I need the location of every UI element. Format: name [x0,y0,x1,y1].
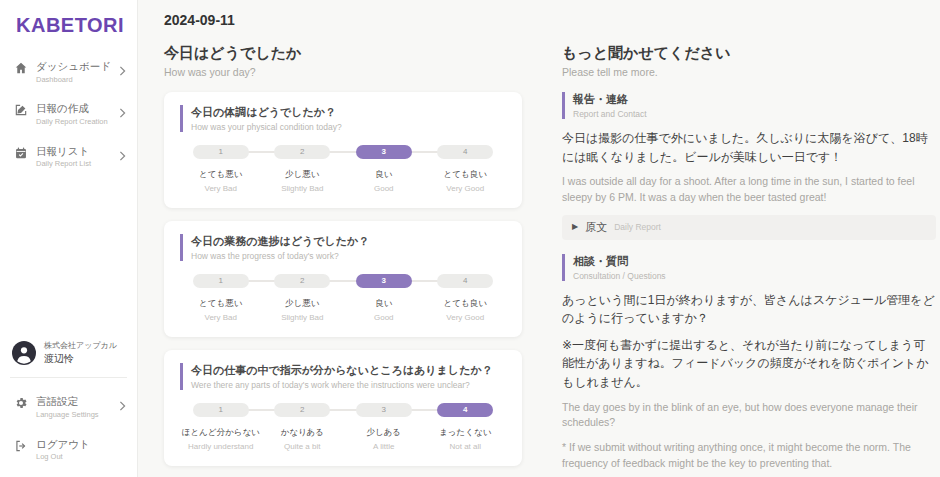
rating-option-label: 良い [375,169,392,181]
feedback-title: もっと聞かせてください [562,44,936,63]
section-title: 報告・連絡 [573,92,936,107]
report-text-jp: ※一度何も書かずに提出すると、それが当たり前になってしまう可能性がありますね。フ… [562,336,936,392]
triangle-right-icon: ▶ [572,223,578,231]
question-subtitle: Were there any parts of today's work whe… [191,380,506,390]
feedback-section: 報告・連絡 Report and Contact 今日は撮影の仕事で外にいました… [562,92,936,240]
report-text-en: * If we submit without writing anything … [562,440,936,472]
rating-option-label: かなりある [281,427,325,439]
user-block: 株式会社アップカル 渡辺怜 [0,333,137,377]
rating-option-sublabel: Very Bad [205,313,237,322]
rating-option-label: とても良い [444,169,487,181]
rating-option: 4 とても良い Very Good [425,145,507,193]
rating-option-label: ほとんど分からない [182,427,260,439]
rating-option: 1 とても悪い Very Bad [180,145,262,193]
rating-option: 1 とても悪い Very Bad [180,274,262,322]
rating-option-label: とても悪い [199,298,242,310]
avatar [12,341,36,365]
rating-scale: 1 とても悪い Very Bad 2 少し悪い Slightly Bad 3 良… [180,274,506,322]
sidebar-nav: ダッシュボード Dashboard 日報の作成 Daily Report Cre… [0,51,137,178]
sidebar-item-daily-report-list[interactable]: 日報リスト Daily Report List [0,136,137,178]
report-text-en: The day goes by in the blink of an eye, … [562,400,936,432]
sidebar-divider [10,377,127,378]
rating-pill[interactable]: 1 [193,145,249,159]
rating-pill[interactable]: 2 [274,274,330,288]
question-title: 今日の体調はどうでしたか？ [191,105,506,120]
sidebar-item-daily-report-creation[interactable]: 日報の作成 Daily Report Creation [0,93,137,135]
rating-pill[interactable]: 1 [193,274,249,288]
sidebar-item-log-out[interactable]: ログアウト Log Out [0,429,137,471]
original-text-sublabel: Daily Report [614,222,661,232]
rating-option-label: 少し悪い [285,298,319,310]
rating-option: 2 かなりある Quite a bit [262,403,344,451]
report-text-jp: 今日は撮影の仕事で外にいました。久しぶりに太陽を浴びて、18時には眠くなりました… [562,129,936,166]
rating-scale: 1 とても悪い Very Bad 2 少し悪い Slightly Bad 3 良… [180,145,506,193]
question-title: 今日の業務の進捗はどうでしたか？ [191,234,506,249]
rating-option: 1 ほとんど分からない Hardly understand [180,403,262,451]
chevron-right-icon [119,401,127,411]
rating-option-sublabel: A little [373,442,394,451]
question-card: 今日の体調はどうでしたか？ How was your physical cond… [164,92,522,208]
rating-option: 3 良い Good [343,145,425,193]
logout-icon [14,439,28,453]
rating-option-sublabel: Not at all [449,442,481,451]
sidebar-item-language-settings[interactable]: 言語設定 Language Settings [0,386,137,428]
survey-column: 今日はどうでしたか How was your day? 今日の体調はどうでしたか… [164,44,522,477]
rating-option-sublabel: Slightly Bad [281,184,323,193]
rating-scale: 1 ほとんど分からない Hardly understand 2 かなりある Qu… [180,403,506,451]
rating-pill[interactable]: 3 [356,145,412,159]
rating-pill[interactable]: 3 [356,274,412,288]
question-card: 今日の業務の進捗はどうでしたか？ How was the progress of… [164,221,522,337]
feedback-column: もっと聞かせてください Please tell me more. 報告・連絡 R… [562,44,936,477]
nav-item-label: ダッシュボード [36,60,119,74]
user-name: 渡辺怜 [44,352,125,365]
rating-option-sublabel: Hardly understand [188,442,253,451]
chevron-right-icon [119,66,127,76]
sidebar-footer-nav: 言語設定 Language Settings ログアウト Log Out [0,386,137,471]
rating-option: 2 少し悪い Slightly Bad [262,274,344,322]
nav-item-sublabel: Dashboard [36,75,119,85]
report-date: 2024-09-11 [164,12,940,28]
nav-item-label: 日報リスト [36,145,119,159]
rating-pill[interactable]: 2 [274,403,330,417]
chevron-right-icon [119,151,127,161]
rating-option-label: とても悪い [199,169,242,181]
rating-pill[interactable]: 1 [193,403,249,417]
rating-option-sublabel: Slightly Bad [281,313,323,322]
report-text-jp: あっという間に1日が終わりますが、皆さんはスケジュール管理をどのように行っていま… [562,291,936,328]
original-text-toggle[interactable]: ▶ 原文 Daily Report [562,215,936,240]
app-logo: KABETORI [0,12,137,51]
nav-item-label: 言語設定 [36,395,119,409]
rating-option-label: まったくない [439,427,491,439]
rating-option: 3 良い Good [343,274,425,322]
rating-option-label: 少しある [366,427,401,439]
rating-pill[interactable]: 2 [274,145,330,159]
section-subtitle: Report and Contact [573,109,936,119]
rating-option-sublabel: Very Bad [205,184,237,193]
sidebar: KABETORI ダッシュボード Dashboard 日報の作成 Daily R… [0,0,138,477]
rating-option: 4 とても良い Very Good [425,274,507,322]
nav-item-label: ログアウト [36,438,127,452]
rating-option: 4 まったくない Not at all [425,403,507,451]
original-text-label: 原文 [585,220,607,235]
rating-pill[interactable]: 4 [437,274,493,288]
rating-option-sublabel: Quite a bit [284,442,320,451]
feedback-section: 相談・質問 Consultation / Questions あっという間に1日… [562,254,936,477]
rating-pill[interactable]: 4 [437,145,493,159]
sidebar-item-dashboard[interactable]: ダッシュボード Dashboard [0,51,137,93]
rating-option-label: 少し悪い [285,169,319,181]
report-text-en: I was outside all day for a shoot. After… [562,174,936,206]
question-card: 今日の仕事の中で指示が分からないところはありましたか？ Were there a… [164,350,522,466]
question-subtitle: How was your physical condition today? [191,122,506,132]
calendar-icon [14,146,28,160]
feedback-subtitle: Please tell me more. [562,66,936,78]
question-title: 今日の仕事の中で指示が分からないところはありましたか？ [191,363,506,378]
rating-pill[interactable]: 4 [437,403,493,417]
edit-icon [14,103,28,117]
nav-item-sublabel: Log Out [36,452,127,462]
survey-subtitle: How was your day? [164,66,522,78]
section-subtitle: Consultation / Questions [573,271,936,281]
rating-pill[interactable]: 3 [356,403,412,417]
rating-option-label: とても良い [444,298,487,310]
rating-option-sublabel: Very Good [446,184,484,193]
rating-option: 3 少しある A little [343,403,425,451]
